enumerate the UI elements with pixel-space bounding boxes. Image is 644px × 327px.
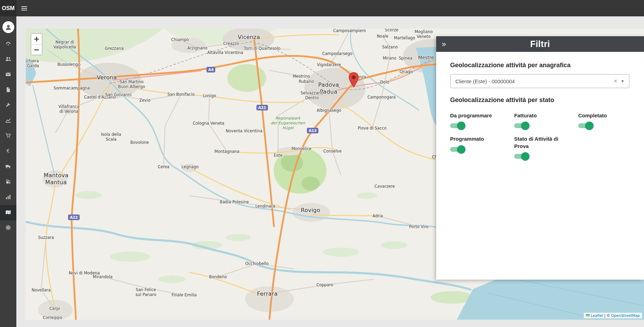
- cliente-select[interactable]: Cliente (Este) - 00000004 × ▼: [450, 74, 629, 88]
- users-icon: [5, 56, 11, 63]
- clear-selection-icon[interactable]: ×: [610, 78, 621, 85]
- toggle-label-programmato: Programmato: [450, 135, 504, 142]
- chartline-icon: [5, 117, 11, 125]
- sidebar-item-tools[interactable]: [0, 98, 16, 113]
- toggle-fatturato[interactable]: [514, 122, 530, 130]
- euro-icon: €: [5, 148, 11, 155]
- filters-panel: » Filtri Geolocalizzazione attività per …: [436, 36, 644, 280]
- sidebar-nav: €: [0, 37, 16, 236]
- sidebar-item-statistics[interactable]: [0, 190, 16, 205]
- topbar: OSM: [0, 0, 644, 16]
- toggle-stato-di-attivita-di-prova[interactable]: [514, 152, 530, 161]
- sidebar-item-settings[interactable]: [0, 220, 16, 236]
- truck-icon: [5, 163, 11, 171]
- collapse-panel-button[interactable]: »: [436, 36, 451, 52]
- toggle-cell-stato-di-attivita-di-prova: Stato di Attività di Prova: [514, 135, 578, 161]
- zoom-in-button[interactable]: +: [31, 34, 42, 44]
- bars-icon: [5, 194, 11, 201]
- zoom-out-button[interactable]: −: [31, 44, 42, 55]
- zoom-control: + −: [31, 33, 42, 55]
- anagrafica-heading: Geolocalizzazione attività per anagrafic…: [450, 62, 629, 69]
- svg-text:€: €: [7, 148, 10, 154]
- toggle-label-da-programmare: Da programmare: [450, 112, 504, 119]
- avatar[interactable]: [2, 21, 14, 33]
- sidebar-item-fuel[interactable]: [0, 174, 16, 190]
- menu-icon[interactable]: [21, 0, 27, 16]
- sidebar-item-reports[interactable]: [0, 113, 16, 129]
- cart-icon: [5, 133, 11, 140]
- sidebar-item-vehicles[interactable]: [0, 159, 16, 174]
- leaflet-link[interactable]: Leaflet: [591, 313, 603, 318]
- mail-icon: [5, 71, 11, 79]
- wrench-icon: [5, 102, 11, 109]
- sidebar-item-dashboard[interactable]: [0, 37, 16, 52]
- ukraine-flag-icon: [586, 314, 590, 317]
- filters-body: Geolocalizzazione attività per anagrafic…: [436, 52, 644, 280]
- gear-icon: [5, 225, 11, 232]
- attribution-separator: | ©: [604, 313, 610, 318]
- toggle-programmato[interactable]: [450, 145, 466, 154]
- toggle-label-stato-di-attivita-di-prova: Stato di Attività di Prova: [514, 135, 568, 150]
- stato-heading: Geolocalizzazione attività per stato: [450, 96, 629, 104]
- map-marker[interactable]: [348, 72, 359, 87]
- sidebar: €: [0, 16, 16, 327]
- toggle-completato[interactable]: [578, 122, 594, 130]
- toggle-label-completato: Completato: [578, 112, 629, 119]
- sidebar-item-orders[interactable]: [0, 129, 16, 144]
- map-icon: [5, 209, 11, 217]
- osm-link[interactable]: OpenStreetMap: [611, 313, 640, 318]
- toggle-cell-completato: Completato: [578, 112, 629, 130]
- user-icon: [5, 23, 12, 31]
- sidebar-item-map[interactable]: [0, 205, 16, 220]
- toggle-cell-programmato: Programmato: [450, 135, 514, 161]
- toggles-grid: Da programmareFatturatoCompletatoProgram…: [450, 112, 629, 161]
- pump-icon: [5, 179, 11, 186]
- chevron-down-icon[interactable]: ▼: [621, 79, 629, 83]
- map-attribution: Leaflet | © OpenStreetMap: [584, 313, 642, 318]
- gauge-icon: [5, 41, 11, 48]
- sidebar-item-users[interactable]: [0, 52, 16, 67]
- toggle-cell-da-programmare: Da programmare: [450, 112, 514, 130]
- sidebar-item-billing[interactable]: €: [0, 144, 16, 159]
- toggle-label-fatturato: Fatturato: [514, 112, 568, 119]
- sidebar-item-documents[interactable]: [0, 83, 16, 98]
- toggle-cell-fatturato: Fatturato: [514, 112, 578, 130]
- toggle-da-programmare[interactable]: [450, 122, 466, 130]
- filters-header: » Filtri: [436, 36, 644, 52]
- app-logo[interactable]: OSM: [0, 0, 16, 16]
- sidebar-item-messages[interactable]: [0, 67, 16, 83]
- cliente-select-value: Cliente (Este) - 00000004: [450, 78, 610, 84]
- doc-icon: [5, 87, 11, 94]
- filters-title: Filtri: [436, 39, 644, 49]
